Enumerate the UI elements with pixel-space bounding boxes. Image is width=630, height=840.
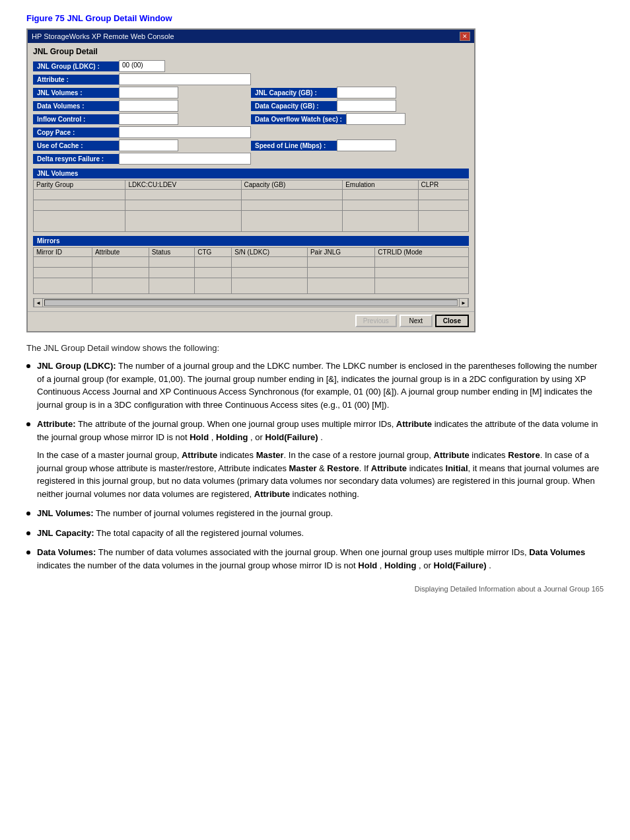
- bullet-content: JNL Group (LDKC): The number of a journa…: [37, 360, 604, 411]
- bullet-content: JNL Capacity: The total capacity of all …: [37, 527, 604, 540]
- scroll-track[interactable]: [44, 299, 458, 306]
- bullet-dot: [26, 531, 30, 535]
- speed-of-line-label: Speed of Line (Mbps) :: [251, 141, 337, 151]
- text-jnl-group: The number of a journal group and the LD…: [37, 361, 597, 410]
- scroll-left-arrow[interactable]: ◄: [34, 298, 43, 307]
- figure-title: Figure 75 JNL Group Detail Window: [26, 13, 604, 23]
- jnl-group-row: JNL Group (LDKC) : 00 (00): [33, 60, 469, 72]
- attribute-sub-paragraph: In the case of a master journal group, A…: [37, 449, 604, 500]
- jnl-group-value: 00 (00): [119, 60, 165, 72]
- list-item: Attribute: The attribute of the journal …: [26, 418, 604, 500]
- jnl-volumes-value: [119, 87, 178, 98]
- col-attribute: Attribute: [92, 248, 149, 257]
- close-button-footer[interactable]: Close: [435, 315, 469, 327]
- data-overflow-value: [346, 113, 405, 125]
- horizontal-scrollbar[interactable]: ◄ ►: [33, 298, 469, 307]
- col-capacity-gb: Capacity (GB): [241, 180, 343, 190]
- term-jnl-group: JNL Group (LDKC):: [37, 361, 116, 371]
- table-row: [34, 257, 469, 268]
- term-attribute: Attribute:: [37, 419, 76, 429]
- jnl-capacity-value: [337, 87, 396, 98]
- bullet-content: JNL Volumes: The number of journal volum…: [37, 507, 604, 520]
- data-capacity-cell: Data Capacity (GB) :: [251, 100, 469, 112]
- bold-master-2: Master: [289, 463, 317, 473]
- jnl-group-label: JNL Group (LDKC) :: [33, 61, 119, 71]
- inflow-control-cell: Inflow Control :: [33, 113, 251, 125]
- use-of-cache-label: Use of Cache :: [33, 141, 119, 151]
- attribute-row: Attribute :: [33, 73, 469, 85]
- window-titlebar: HP StorageWorks XP Remote Web Console ✕: [28, 30, 474, 43]
- text-comma-2: ,: [380, 560, 384, 570]
- text-period-1: .: [320, 432, 323, 442]
- next-button[interactable]: Next: [400, 315, 433, 327]
- attribute-value: [119, 73, 251, 85]
- list-item: JNL Capacity: The total capacity of all …: [26, 527, 604, 540]
- term-data-volumes-2: Data Volumes: [529, 547, 585, 557]
- table-row: [34, 268, 469, 278]
- bold-attribute-3: Attribute: [182, 450, 217, 460]
- col-clpr: CLPR: [418, 180, 468, 190]
- term-jnl-capacity: JNL Capacity:: [37, 528, 94, 538]
- jnl-group-detail-title: JNL Group Detail: [33, 47, 469, 56]
- term-hold-failure-2: Hold(Failure): [433, 560, 486, 570]
- col-sn-ldkc: S/N (LDKC): [232, 248, 308, 257]
- data-overflow-label: Data Overflow Watch (sec) :: [251, 114, 346, 124]
- data-volumes-label: Data Volumes :: [33, 101, 119, 111]
- col-ldkc-cu-ldev: LDKC:CU:LDEV: [125, 180, 241, 190]
- jnl-volumes-label: JNL Volumes :: [33, 88, 119, 98]
- bullet-dot: [26, 422, 30, 426]
- mirrors-table-title: Mirrors: [33, 236, 469, 246]
- row-inflow-overflow: Inflow Control : Data Overflow Watch (se…: [33, 113, 469, 125]
- close-button[interactable]: ✕: [460, 32, 470, 41]
- speed-of-line-value: [337, 139, 396, 151]
- text-period-2: .: [489, 560, 491, 570]
- jnl-capacity-cell: JNL Capacity (GB) :: [251, 87, 469, 98]
- speed-of-line-cell: Speed of Line (Mbps) :: [251, 139, 469, 151]
- mirrors-table-section: Mirrors Mirror ID Attribute Status CTG S…: [33, 236, 469, 294]
- table-row: [34, 278, 469, 294]
- term-hold-2: Hold: [358, 560, 377, 570]
- bullet-dot: [26, 512, 30, 515]
- attribute-label: Attribute :: [33, 75, 119, 85]
- term-hold-failure: Hold(Failure): [265, 432, 318, 442]
- text-data-volumes-2: indicates the number of the data volumes…: [37, 560, 358, 570]
- data-capacity-label: Data Capacity (GB) :: [251, 101, 337, 111]
- term-jnl-volumes: JNL Volumes:: [37, 508, 93, 518]
- table-row: [34, 190, 469, 200]
- col-emulation: Emulation: [343, 180, 418, 190]
- jnl-volumes-cell: JNL Volumes :: [33, 87, 251, 98]
- col-status: Status: [149, 248, 194, 257]
- table-row: [34, 200, 469, 211]
- body-intro: The JNL Group Detail window shows the fo…: [26, 343, 604, 353]
- titlebar-text: HP StorageWorks XP Remote Web Console: [32, 32, 174, 40]
- jnl-volumes-table-title: JNL Volumes: [33, 169, 469, 178]
- text-data-volumes: The number of data volumes associated wi…: [98, 547, 530, 557]
- jnl-volumes-table: Parity Group LDKC:CU:LDEV Capacity (GB) …: [33, 180, 469, 232]
- row-cache-speed: Use of Cache : Speed of Line (Mbps) :: [33, 139, 469, 151]
- window-footer: Previous Next Close: [28, 311, 474, 331]
- col-ctrlid-mode: CTRLID (Mode: [375, 248, 469, 257]
- jnl-volumes-table-section: JNL Volumes Parity Group LDKC:CU:LDEV Ca…: [33, 169, 469, 232]
- window-container: HP StorageWorks XP Remote Web Console ✕ …: [26, 28, 475, 332]
- text-or-2: , or: [419, 560, 433, 570]
- bold-restore-2: Restore: [327, 463, 359, 473]
- previous-button[interactable]: Previous: [355, 315, 397, 327]
- bullet-content: Data Volumes: The number of data volumes…: [37, 546, 604, 572]
- bold-initial: Initial: [446, 463, 468, 473]
- term-data-volumes: Data Volumes:: [37, 547, 96, 557]
- inflow-control-label: Inflow Control :: [33, 114, 119, 124]
- data-volumes-value: [119, 100, 178, 112]
- list-item: JNL Volumes: The number of journal volum…: [26, 507, 604, 520]
- term-holding-2: Holding: [384, 560, 416, 570]
- delta-resync-label: Delta resync Failure :: [33, 154, 119, 164]
- col-mirror-id: Mirror ID: [34, 248, 92, 257]
- bold-attribute-4: Attribute: [434, 450, 470, 460]
- copy-pace-label: Copy Pace :: [33, 128, 119, 137]
- text-attribute: The attribute of the journal group. When…: [78, 419, 396, 429]
- bold-master: Master: [256, 450, 284, 460]
- list-item: JNL Group (LDKC): The number of a journa…: [26, 360, 604, 411]
- data-overflow-cell: Data Overflow Watch (sec) :: [251, 113, 469, 125]
- copy-pace-row: Copy Pace :: [33, 126, 469, 138]
- row-jnl-volumes-capacity: JNL Volumes : JNL Capacity (GB) :: [33, 87, 469, 98]
- scroll-right-arrow[interactable]: ►: [459, 298, 468, 307]
